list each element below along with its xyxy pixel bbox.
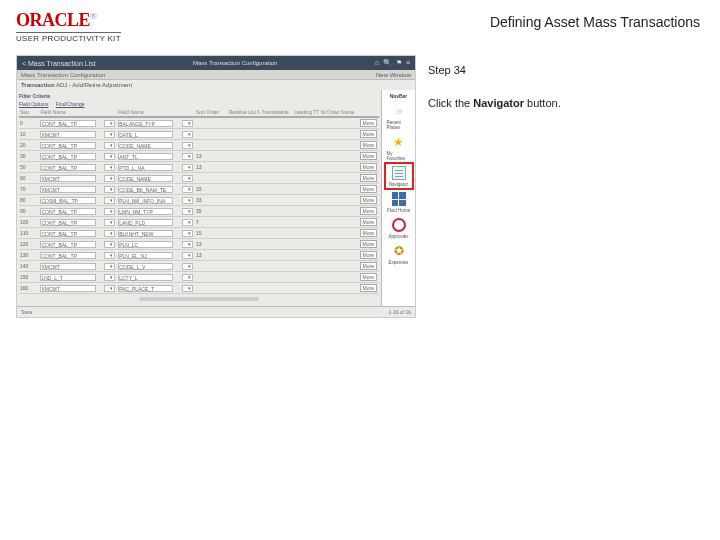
cell-more[interactable]: More	[359, 174, 379, 182]
home-icon[interactable]: ⌂	[374, 59, 380, 67]
cell-field2[interactable]: PLN_NM_INFO_INA	[117, 197, 180, 204]
cell-more[interactable]: More	[359, 185, 379, 193]
cell-field1[interactable]: CONT_BAL_TP	[39, 241, 102, 248]
cell-field2[interactable]: CODE_BK_NAM_TE	[117, 186, 180, 193]
cell-field1[interactable]: CONT_BAL_TP	[39, 153, 102, 160]
flag-icon[interactable]: ⚑	[395, 59, 403, 67]
cell-dd1[interactable]	[103, 164, 117, 171]
cell-dd1[interactable]	[103, 186, 117, 193]
tab-field-options[interactable]: Field Options	[19, 101, 48, 107]
cell-field1[interactable]: LND_L_T	[39, 274, 102, 281]
cell-dd2[interactable]	[181, 175, 195, 182]
cell-dd1[interactable]	[103, 241, 117, 248]
cell-more[interactable]: More	[359, 251, 379, 259]
cell-field1[interactable]: COSM_BAL_TP	[39, 197, 102, 204]
cell-field1[interactable]: XMCMT	[39, 263, 102, 270]
cell-field2[interactable]: BALANCE_TYP	[117, 120, 180, 127]
cell-dd2[interactable]	[181, 241, 195, 248]
menu-icon[interactable]: ≡	[405, 59, 411, 67]
cell-more[interactable]: More	[359, 284, 379, 292]
new-window-link[interactable]: New Window	[376, 72, 411, 78]
sidebar-item-favorites[interactable]: ★ My Favorites	[387, 134, 411, 161]
cell-more[interactable]: More	[359, 130, 379, 138]
cell-dd2[interactable]	[181, 285, 195, 292]
cell-more[interactable]: More	[359, 240, 379, 248]
cell-more[interactable]: More	[359, 218, 379, 226]
cell-seq: 10	[19, 131, 39, 137]
cell-more[interactable]: More	[359, 119, 379, 127]
cell-dd1[interactable]	[103, 219, 117, 226]
tab-find-change[interactable]: Find/Change	[56, 101, 85, 107]
cell-field1[interactable]: XMCMT	[39, 131, 102, 138]
search-icon[interactable]: 🔍	[382, 59, 393, 67]
cell-field1[interactable]: CONT_BAL_TP	[39, 164, 102, 171]
table-row: 30CONT_BAL_TPANT_TL13More	[19, 151, 379, 162]
back-link[interactable]: < Mass Transaction List	[21, 60, 97, 67]
cell-dd1[interactable]	[103, 274, 117, 281]
cell-field2[interactable]: BLKNHT_NEW	[117, 230, 180, 237]
cell-field2[interactable]: LAND_PLD	[117, 219, 180, 226]
cell-dd1[interactable]	[103, 263, 117, 270]
cell-field2[interactable]: LMN_NM_TYP	[117, 208, 180, 215]
cell-dd2[interactable]	[181, 197, 195, 204]
cell-dd2[interactable]	[181, 142, 195, 149]
cell-dd2[interactable]	[181, 263, 195, 270]
cell-field2[interactable]: PAC_PLACE_T	[117, 285, 180, 292]
cell-dd2[interactable]	[181, 252, 195, 259]
cell-more[interactable]: More	[359, 229, 379, 237]
cell-more[interactable]: More	[359, 262, 379, 270]
cell-field1[interactable]: XMCMT	[39, 285, 102, 292]
cell-more[interactable]: More	[359, 141, 379, 149]
cell-dd1[interactable]	[103, 131, 117, 138]
cell-dd1[interactable]	[103, 175, 117, 182]
cell-more[interactable]: More	[359, 273, 379, 281]
cell-more[interactable]: More	[359, 163, 379, 171]
cell-dd1[interactable]	[103, 197, 117, 204]
cell-field2[interactable]: DATE_L	[117, 131, 180, 138]
cell-more[interactable]: More	[359, 196, 379, 204]
cell-field2[interactable]: CODE_NAME	[117, 142, 180, 149]
sidebar-item-fluidhome[interactable]: Fluid Home	[387, 191, 411, 213]
cell-field1[interactable]: CONT_BAL_TP	[39, 219, 102, 226]
cell-field2[interactable]: PLN_LC	[117, 241, 180, 248]
cell-dd2[interactable]	[181, 131, 195, 138]
cell-field2[interactable]: LCTY_L	[117, 274, 180, 281]
cell-field1[interactable]: XMCMT	[39, 186, 102, 193]
cell-dd2[interactable]	[181, 230, 195, 237]
cell-field2[interactable]: CODE_NAME	[117, 175, 180, 182]
cell-field2[interactable]: PLN_EL_NJ	[117, 252, 180, 259]
sidebar-item-recent[interactable]: 🕑 Recent Places	[387, 103, 411, 130]
cell-dd1[interactable]	[103, 153, 117, 160]
save-button[interactable]: Save	[21, 309, 32, 315]
cell-dd2[interactable]	[181, 186, 195, 193]
cell-more[interactable]: More	[359, 207, 379, 215]
cell-dd1[interactable]	[103, 230, 117, 237]
sidebar-item-expenses[interactable]: ✪ Expenses	[387, 243, 411, 265]
cell-dd2[interactable]	[181, 274, 195, 281]
cell-dd2[interactable]	[181, 219, 195, 226]
navigator-button[interactable]: Navigator	[387, 165, 411, 187]
cell-dd2[interactable]	[181, 120, 195, 127]
cell-dd1[interactable]	[103, 285, 117, 292]
cell-dd1[interactable]	[103, 142, 117, 149]
cell-dd2[interactable]	[181, 208, 195, 215]
cell-dd2[interactable]	[181, 153, 195, 160]
cell-dd1[interactable]	[103, 208, 117, 215]
cell-field1[interactable]: XMCMT	[39, 175, 102, 182]
cell-field1[interactable]: CONT_BAL_TP	[39, 208, 102, 215]
cell-sort: 13	[195, 153, 228, 159]
cell-seq: 0	[19, 120, 39, 126]
cell-field1[interactable]: CONT_BAL_TP	[39, 142, 102, 149]
cell-field1[interactable]: CONT_BAL_TP	[39, 120, 102, 127]
cell-dd1[interactable]	[103, 120, 117, 127]
cell-field2[interactable]: CODE_L_V	[117, 263, 180, 270]
cell-field1[interactable]: CONT_BAL_TP	[39, 252, 102, 259]
sidebar-item-approvals[interactable]: Approvals	[387, 217, 411, 239]
cell-field1[interactable]: CONT_BAL_TP	[39, 230, 102, 237]
cell-dd1[interactable]	[103, 252, 117, 259]
cell-field2[interactable]: PTD_L_NA	[117, 164, 180, 171]
cell-field2[interactable]: ANT_TL	[117, 153, 180, 160]
cell-dd2[interactable]	[181, 164, 195, 171]
cell-more[interactable]: More	[359, 152, 379, 160]
table-row: 20CONT_BAL_TPCODE_NAMEMore	[19, 140, 379, 151]
